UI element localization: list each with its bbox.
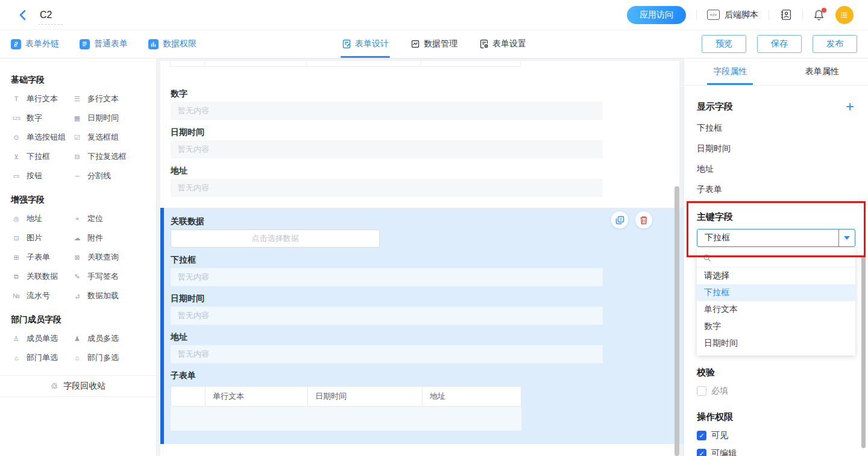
field-label: 子表单: [171, 370, 603, 380]
palette-item-label: 定位: [87, 213, 103, 224]
checkbox-unchecked[interactable]: [697, 386, 706, 396]
trash-icon: [640, 216, 648, 225]
notifications-button[interactable]: [813, 9, 825, 21]
save-button[interactable]: 保存: [757, 35, 802, 53]
toolbar-link-label: 普通表单: [94, 39, 128, 49]
checkbox-checked[interactable]: [697, 431, 706, 440]
palette-item-label: 分割线: [87, 170, 111, 181]
toolbar-link-normal-form[interactable]: 普通表单: [80, 39, 128, 49]
palette-item-number[interactable]: 123数字: [11, 108, 72, 128]
palette-item-data-load[interactable]: ⊿数据加载: [72, 286, 145, 305]
field-input[interactable]: 暂无内容: [171, 307, 603, 325]
data-picker-input[interactable]: 点击选择数据: [171, 230, 380, 248]
panel-scrollbar[interactable]: [861, 255, 866, 448]
palette-item-dept-multi[interactable]: ⌂部门多选: [72, 348, 145, 367]
display-field-item[interactable]: 日期时间: [697, 143, 855, 153]
subform-table[interactable]: 单行文本 日期时间 地址: [171, 386, 521, 431]
block-field-subform[interactable]: 子表单 单行文本 日期时间 地址: [171, 370, 603, 431]
back-button[interactable]: [14, 7, 30, 23]
field-input[interactable]: 暂无内容: [171, 102, 603, 120]
palette-grid: T单行文本 ☰多行文本 123数字 ▦日期时间 ⊙单选按钮组 ☑复选框组 ⊻下拉…: [11, 89, 145, 186]
dropdown-option-selected[interactable]: 下拉框: [697, 284, 855, 301]
palette-item-button[interactable]: ▭按钮: [11, 166, 72, 186]
preview-button[interactable]: 预览: [702, 35, 746, 53]
palette-item-multi-text[interactable]: ☰多行文本: [72, 89, 145, 108]
dropdown-option[interactable]: 数字: [697, 318, 855, 335]
backend-script-button[interactable]: </> 后端脚本: [707, 10, 758, 20]
ghost-table-cell: [171, 61, 205, 66]
select-caret-button[interactable]: [838, 230, 855, 246]
palette-item-image[interactable]: ⊡图片: [11, 228, 72, 248]
delete-field-button[interactable]: [635, 211, 652, 228]
tab-field-properties[interactable]: 字段属性: [684, 58, 776, 85]
toolbar-link-data-permission[interactable]: 数据权限: [148, 39, 197, 49]
block-field-address[interactable]: 地址 暂无内容: [171, 332, 603, 363]
canvas-field-datetime[interactable]: 日期时间 暂无内容: [171, 127, 603, 158]
form-title[interactable]: C2: [40, 10, 52, 20]
field-placeholder: 暂无内容: [178, 183, 209, 193]
dropdown-search-input[interactable]: [697, 248, 855, 267]
palette-item-address[interactable]: ◎地址: [11, 209, 72, 228]
field-recycle-bin[interactable]: ♲ 字段回收站: [0, 375, 156, 397]
tab-data-manage[interactable]: 数据管理: [410, 30, 458, 58]
canvas-field-number[interactable]: 数字 暂无内容: [171, 89, 603, 120]
copy-field-button[interactable]: [611, 211, 628, 228]
add-field-button[interactable]: +: [846, 101, 854, 112]
recycle-icon: ♲: [51, 381, 58, 391]
checkbox-checked[interactable]: [697, 449, 706, 456]
palette-item-member-single[interactable]: ♙成员单选: [11, 329, 72, 348]
palette-item-linked-data[interactable]: ⧉关联数据: [11, 267, 72, 286]
contacts-button[interactable]: [779, 8, 792, 21]
palette-item-member-multi[interactable]: ♟成员多选: [72, 329, 145, 348]
display-field-item[interactable]: 地址: [697, 164, 855, 173]
field-input[interactable]: 暂无内容: [171, 179, 603, 197]
palette-item-subform[interactable]: ⊞子表单: [11, 248, 72, 267]
visible-checkbox-row[interactable]: 可见: [697, 430, 855, 441]
subform-empty-row: [171, 407, 521, 431]
palette-item-multi-select[interactable]: ⊟下拉复选框: [72, 147, 145, 166]
linked-query-icon: ⊠: [72, 254, 83, 261]
palette-grid: ◎地址 ⌖定位 ⊡图片 ☁附件 ⊞子表单 ⊠关联查询 ⧉关联数据 ✎手写签名 №…: [11, 209, 145, 305]
palette-section-title: 部门成员字段: [11, 314, 145, 325]
block-field-select[interactable]: 下拉框 暂无内容: [171, 255, 603, 286]
field-input[interactable]: 暂无内容: [171, 345, 603, 363]
tab-form-properties[interactable]: 表单属性: [776, 58, 868, 85]
form-canvas-card: 数字 暂无内容 日期时间 暂无内容 地址 暂无内容: [160, 61, 679, 456]
display-field-item[interactable]: 下拉框: [697, 123, 855, 133]
palette-item-linked-query[interactable]: ⊠关联查询: [72, 248, 145, 267]
toolbar-link-external[interactable]: 表单外链: [11, 39, 59, 49]
selected-field-linked-data[interactable]: 关联数据 点击选择数据 下拉框 暂无内容 日期时间 暂无内容 地址 暂无内容: [160, 208, 684, 444]
required-checkbox-row[interactable]: 必填: [697, 386, 855, 396]
dropdown-option[interactable]: 请选择: [697, 267, 855, 284]
palette-item-datetime[interactable]: ▦日期时间: [72, 108, 145, 128]
palette-item-select[interactable]: ⊻下拉框: [11, 147, 72, 166]
canvas-scrollbar[interactable]: [675, 186, 679, 456]
primary-key-select[interactable]: 下拉框: [697, 229, 855, 247]
publish-button[interactable]: 发布: [813, 35, 857, 53]
canvas-field-address[interactable]: 地址 暂无内容: [171, 166, 603, 197]
palette-item-checkbox-group[interactable]: ☑复选框组: [72, 128, 145, 147]
app-access-button[interactable]: 应用访问: [627, 6, 686, 24]
avatar[interactable]: [835, 6, 854, 24]
palette-item-radio-group[interactable]: ⊙单选按钮组: [11, 128, 72, 147]
palette-item-signature[interactable]: ✎手写签名: [72, 267, 145, 286]
display-field-item[interactable]: 子表单: [697, 184, 855, 194]
field-input[interactable]: 暂无内容: [171, 268, 603, 286]
dropdown-option[interactable]: 日期时间: [697, 335, 855, 352]
tab-form-settings[interactable]: 表单设置: [479, 30, 526, 58]
toolbar-link-label: 数据权限: [163, 39, 197, 49]
palette-item-attachment[interactable]: ☁附件: [72, 228, 145, 248]
palette-item-serial-number[interactable]: №流水号: [11, 286, 72, 305]
editable-checkbox-row[interactable]: 可编辑: [697, 448, 855, 456]
palette-section-title: 增强字段: [11, 195, 145, 205]
field-input[interactable]: 暂无内容: [171, 140, 603, 158]
dropdown-option[interactable]: 单行文本: [697, 301, 855, 318]
palette-item-dept-single[interactable]: ⌂部门单选: [11, 348, 72, 367]
block-field-datetime[interactable]: 日期时间 暂无内容: [171, 293, 603, 325]
palette-item-label: 按钮: [27, 170, 42, 181]
palette-item-location[interactable]: ⌖定位: [72, 209, 145, 228]
tab-form-design[interactable]: 表单设计: [342, 30, 389, 58]
palette-item-divider[interactable]: ╌分割线: [72, 166, 145, 186]
field-placeholder: 暂无内容: [178, 272, 209, 283]
palette-item-single-text[interactable]: T单行文本: [11, 89, 72, 108]
